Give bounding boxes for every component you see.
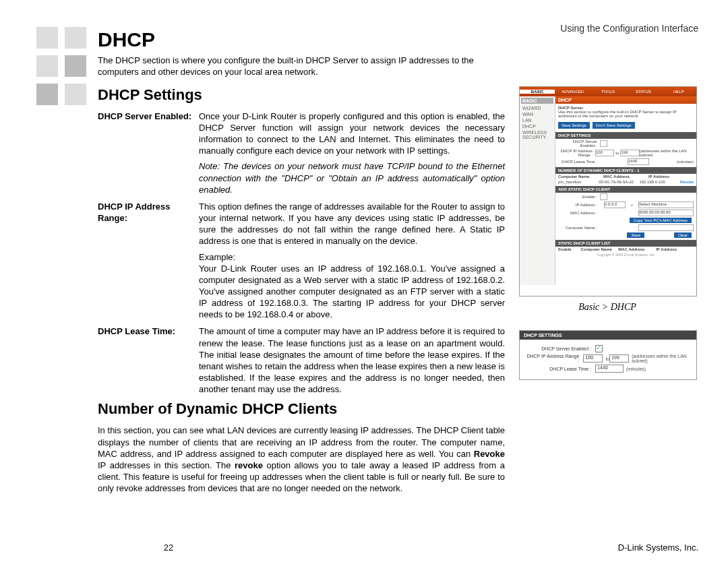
tab-status: STATUS: [626, 90, 661, 94]
text: «: [630, 203, 634, 207]
example-label: Example:: [199, 251, 505, 263]
input: 0.0.0.0: [604, 201, 626, 208]
label: Enable :: [558, 195, 600, 199]
definition-note: Note: The devices on your network must h…: [199, 160, 505, 195]
label: DHCP Lease Time :: [558, 160, 600, 164]
section-heading-settings: DHCP Settings: [98, 86, 505, 104]
example-body: Your D-Link Router uses an IP address of…: [199, 263, 505, 321]
panel: DHCP DHCP Server Use this section to con…: [555, 96, 696, 285]
text: to: [603, 356, 609, 361]
label: IP Address :: [558, 203, 600, 207]
label: DHCP IP Address Range :: [525, 354, 583, 363]
select: Select Machine: [638, 201, 694, 208]
tab-help: HELP: [661, 90, 696, 94]
copyright: Copyright © 2004 D-Link Systems, Inc.: [555, 252, 696, 257]
input: 1440: [628, 158, 649, 165]
cell: 00-0C-76-56-5A-10: [599, 180, 639, 184]
checkbox: [600, 193, 607, 200]
checkbox-enabled-icon: [595, 345, 603, 352]
copy-mac-button: Copy Your PC's MAC Address: [630, 218, 692, 223]
manual-page: Using the Configuration Interface DHCP T…: [0, 0, 728, 562]
definition-ip-range: DHCP IP Address Range: This option defin…: [98, 201, 505, 321]
input: [638, 224, 694, 231]
button-row: Save Settings Don't Save Settings: [555, 120, 696, 131]
col: MAC Address: [618, 247, 656, 251]
section-bar: ADD STATIC DHCP CLIENT: [555, 186, 696, 193]
sidebar-item: LAN: [521, 117, 553, 123]
decorative-squares: [36, 27, 86, 105]
label: DHCP Lease Time :: [525, 367, 595, 371]
sidebar-item: WIZARD: [521, 105, 553, 111]
section-bar: STATIC DHCP CLIENT LIST: [555, 240, 696, 247]
col: Enable: [558, 247, 581, 251]
cell: pm_hamilton: [558, 180, 599, 184]
page-title: DHCP: [98, 28, 505, 51]
label: MAC Address :: [558, 211, 600, 215]
intro-paragraph: The DHCP section is where you configure …: [98, 55, 505, 78]
definition-label: DHCP IP Address Range:: [98, 201, 199, 321]
definition-text: Once your D-Link Router is properly conf…: [199, 111, 505, 156]
sidebar-head: BASIC: [521, 98, 553, 104]
definition-body: The amount of time a computer may have a…: [199, 325, 505, 395]
sidebar-item: DHCP: [521, 123, 553, 129]
label: Computer Name :: [558, 226, 600, 230]
definition-server-enabled: DHCP Server Enabled: Once your D-Link Ro…: [98, 111, 505, 195]
figure-caption: Basic > DHCP: [519, 302, 696, 313]
clients-paragraph: In this section, you can see what LAN de…: [98, 425, 505, 494]
section-bar: DHCP SETTINGS: [520, 331, 696, 340]
save-button: Save: [627, 232, 644, 238]
page-number: 22: [0, 542, 337, 553]
label: DHCP Server Enabled :: [525, 346, 595, 351]
text: (minutes): [677, 160, 694, 164]
clear-button: Clear: [674, 232, 692, 238]
definition-label: DHCP Lease Time:: [98, 325, 199, 395]
panel-title: DHCP: [555, 96, 696, 104]
label: DHCP Server Enabled :: [558, 139, 600, 148]
panel-subtitle: DHCP Server Use this section to configur…: [555, 104, 696, 120]
section-bar: DHCP SETTINGS: [555, 132, 696, 139]
bold-revoke: Revoke: [474, 449, 505, 459]
definition-text: This option defines the range of address…: [199, 201, 505, 246]
text: (addresses within the LAN subnet): [640, 149, 694, 157]
definition-lease-time: DHCP Lease Time: The amount of time a co…: [98, 325, 505, 395]
text: Use this section to configure the built-…: [558, 110, 677, 118]
col: Computer Name: [558, 175, 603, 179]
tab-advanced: ADVANCED: [555, 90, 590, 94]
input-range-from: 100: [583, 354, 603, 363]
tab-basic: BASIC: [520, 90, 555, 94]
col: Computer Name: [581, 247, 619, 251]
figure-dhcp-settings-closeup: DHCP SETTINGS DHCP Server Enabled : DHCP…: [519, 330, 697, 380]
figure-basic-dhcp-screenshot: BASIC ADVANCED TOOLS STATUS HELP BASIC W…: [519, 86, 697, 296]
definition-body: Once your D-Link Router is properly conf…: [199, 111, 505, 195]
input-range-to: 199: [609, 354, 629, 363]
bold-revoke-2: revoke: [235, 460, 263, 470]
input: 100: [595, 150, 614, 156]
tab-bar: BASIC ADVANCED TOOLS STATUS HELP: [520, 87, 696, 96]
text: (addresses within the LAN subnet): [629, 354, 691, 363]
sidebar: BASIC WIZARD WAN LAN DHCP WIRELESS SECUR…: [520, 96, 555, 285]
text: IP addresses in this section. The: [98, 460, 235, 470]
checkbox: [600, 140, 607, 147]
text: (minutes): [624, 367, 646, 371]
col: IP Address: [648, 175, 694, 179]
footer-company: D-Link Systems, Inc.: [618, 542, 698, 553]
sidebar-item: WIRELESS SECURITY: [521, 129, 553, 140]
definition-label: DHCP Server Enabled:: [98, 111, 199, 195]
col: MAC Address: [603, 175, 648, 179]
cell: 192.168.0.100: [639, 180, 679, 184]
content-column: DHCP The DHCP section is where you confi…: [98, 28, 505, 494]
label: DHCP IP Address Range :: [558, 149, 595, 157]
input-lease: 1440: [595, 365, 624, 373]
tab-tools: TOOLS: [590, 90, 626, 94]
save-settings-button: Save Settings: [558, 122, 590, 129]
definition-body: This option defines the range of address…: [199, 201, 505, 321]
text: In this section, you can see what LAN de…: [98, 425, 505, 458]
revoke-link: Revoke: [680, 180, 694, 184]
text: to: [614, 151, 620, 155]
cancel-settings-button: Don't Save Settings: [593, 122, 635, 129]
section-bar: NUMBER OF DYNAMIC DHCP CLIENTS : 1: [555, 167, 696, 174]
definition-text: The amount of time a computer may have a…: [199, 326, 505, 394]
input: 0000.00:00:00:00: [638, 210, 694, 216]
sidebar-item: WAN: [521, 111, 553, 117]
input: 199: [620, 150, 639, 156]
